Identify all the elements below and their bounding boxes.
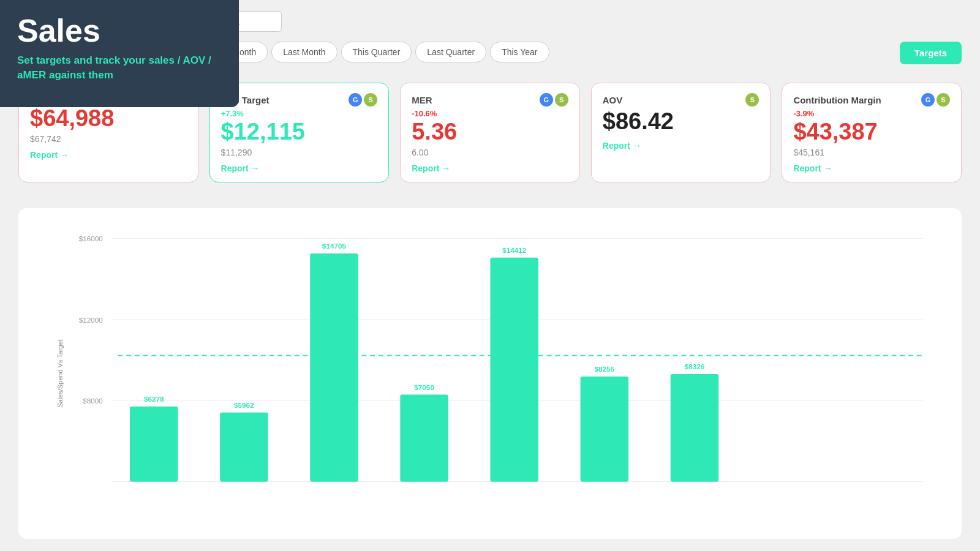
bar-6 xyxy=(581,377,628,482)
svg-text:$8255: $8255 xyxy=(594,365,614,373)
period-btn-last-month[interactable]: Last Month xyxy=(271,42,337,62)
card-header-4: AOV S xyxy=(603,93,760,107)
card-percent-2: +7.3% xyxy=(221,109,378,118)
shopify-icon-4: S xyxy=(937,93,950,107)
card-sub-value-2: $11,290 xyxy=(221,148,378,157)
period-filters: This Month Last Month This Quarter Last … xyxy=(202,42,549,62)
card-header-3: MER G S xyxy=(412,93,568,107)
card-percent-3: -10.6% xyxy=(412,109,568,118)
svg-text:$6278: $6278 xyxy=(144,395,164,403)
bar-7 xyxy=(671,374,718,482)
google-icon-2: G xyxy=(540,93,553,107)
card-mer: MER G S -10.6% 5.36 6.00 Report → xyxy=(400,83,580,182)
card-icons-5: G S xyxy=(921,93,950,107)
page-subtitle: Set targets and track your sales / AOV /… xyxy=(17,53,222,83)
card-report-link-2[interactable]: Report → xyxy=(221,163,378,173)
card-contribution-margin: Contribution Margin G S -3.9% $43,387 $4… xyxy=(782,83,962,182)
shopify-icon-3: S xyxy=(745,93,759,107)
card-main-value-1: $64,988 xyxy=(30,106,187,132)
card-sub-value-3: 6.00 xyxy=(412,148,568,157)
bar-5 xyxy=(490,258,538,482)
card-report-link-1[interactable]: Report → xyxy=(30,150,187,160)
card-report-link-4[interactable]: Report → xyxy=(603,141,760,151)
svg-text:$16000: $16000 xyxy=(79,234,104,242)
page-title: Sales xyxy=(17,13,222,48)
header-panel: Sales Set targets and track your sales /… xyxy=(0,0,239,107)
shopify-icon-2: S xyxy=(555,93,568,107)
card-main-value-4: $86.42 xyxy=(603,109,760,135)
card-aov: AOV S $86.42 Report → xyxy=(591,83,771,182)
card-icons-2: G S xyxy=(349,93,377,107)
chart-container: Sales/Spend Vs Target $16000 $12000 $800… xyxy=(18,208,962,539)
svg-text:$12000: $12000 xyxy=(79,316,104,324)
card-title-3: MER xyxy=(412,95,432,105)
card-icons-3: G S xyxy=(540,93,568,107)
card-title-5: Contribution Margin xyxy=(793,95,881,105)
chart-svg: $16000 $12000 $8000 $6278 $5962 $14705 $… xyxy=(61,220,949,533)
card-title-4: AOV xyxy=(603,95,623,105)
chart-y-label: Sales/Spend Vs Target xyxy=(56,339,64,408)
period-btn-last-quarter[interactable]: Last Quarter xyxy=(415,42,486,62)
card-main-value-5: $43,387 xyxy=(793,119,950,145)
card-main-value-3: 5.36 xyxy=(412,119,568,145)
card-main-value-2: $12,115 xyxy=(221,119,378,145)
period-btn-this-quarter[interactable]: This Quarter xyxy=(341,42,412,62)
card-sub-value-5: $45,161 xyxy=(793,148,950,157)
card-header-2: d vs Target G S xyxy=(221,93,378,107)
period-btn-this-year[interactable]: This Year xyxy=(490,42,549,62)
shopify-icon: S xyxy=(364,93,377,107)
google-icon-3: G xyxy=(921,93,935,107)
card-icons-4: S xyxy=(745,93,759,107)
svg-text:$14412: $14412 xyxy=(502,246,527,254)
card-report-link-3[interactable]: Report → xyxy=(412,163,568,173)
card-report-link-5[interactable]: Report → xyxy=(793,163,950,173)
bar-1 xyxy=(130,407,178,482)
card-sub-value-1: $67,742 xyxy=(30,134,187,144)
svg-text:$5962: $5962 xyxy=(234,401,254,409)
bar-2 xyxy=(220,413,268,482)
card-percent-5: -3.9% xyxy=(793,109,950,118)
card-header-5: Contribution Margin G S xyxy=(793,93,950,107)
svg-text:$7050: $7050 xyxy=(414,383,434,391)
targets-button[interactable]: Targets xyxy=(900,42,962,64)
svg-text:$8000: $8000 xyxy=(83,397,103,405)
svg-text:$14705: $14705 xyxy=(322,242,347,250)
bar-4 xyxy=(400,394,448,481)
svg-text:$8326: $8326 xyxy=(685,362,705,370)
bar-3 xyxy=(310,253,358,482)
google-icon: G xyxy=(349,93,362,107)
